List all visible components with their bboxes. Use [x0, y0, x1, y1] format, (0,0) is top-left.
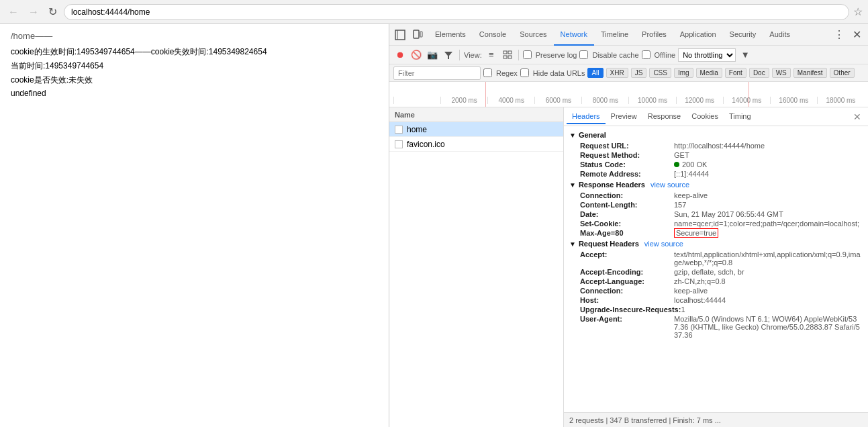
general-remote-key: Remote Address:: [580, 170, 674, 178]
regex-checkbox[interactable]: [483, 68, 492, 77]
request-item-home[interactable]: home: [389, 122, 563, 137]
tab-console[interactable]: Console: [473, 24, 513, 46]
url-bar[interactable]: [64, 4, 849, 20]
resp-max-age-key: Max-Age=80: [580, 229, 674, 237]
response-view-source-link[interactable]: view source: [650, 181, 689, 189]
general-title: General: [579, 131, 606, 139]
detail-tab-cookies[interactable]: Cookies: [686, 109, 724, 124]
page-content: /home—— cookie的生效时间:1495349744654——cooki…: [0, 24, 389, 427]
tab-timeline[interactable]: Timeline: [594, 24, 635, 46]
detail-tab-preview[interactable]: Preview: [606, 109, 642, 124]
filter-tag-manifest[interactable]: Manifest: [793, 68, 827, 78]
timeline-marker-2: [749, 82, 749, 107]
filter-tag-media[interactable]: Media: [696, 68, 722, 78]
req-accept-encoding-row: Accept-Encoding: gzip, deflate, sdch, br: [569, 267, 863, 277]
request-list: Name home favicon.ico: [389, 107, 564, 427]
request-name-favicon: favicon.ico: [407, 140, 445, 149]
request-checkbox-home: [395, 126, 403, 134]
req-connection-key: Connection:: [580, 287, 674, 295]
throttling-select[interactable]: No throttling Fast 3G Slow 3G Offline: [678, 48, 736, 62]
status-ok-indicator: [674, 162, 679, 167]
device-toolbar-button[interactable]: [409, 27, 426, 43]
resp-set-cookie-row: Set-Cookie: name=qcer;id=1;color=red;pat…: [569, 219, 863, 228]
general-url-val: http://localhost:44444/home: [674, 142, 863, 150]
status-bar-text: 2 requests | 347 B transferred | Finish:…: [569, 416, 721, 424]
filter-tag-ws[interactable]: WS: [772, 68, 791, 78]
tab-network[interactable]: Network: [554, 24, 594, 46]
resp-content-length-val: 157: [674, 201, 863, 209]
request-item-favicon[interactable]: favicon.ico: [389, 137, 563, 152]
devtools-close-button[interactable]: ✕: [849, 28, 865, 41]
preserve-log-checkbox[interactable]: [523, 50, 532, 59]
request-headers-section-header[interactable]: ▼ Request Headers view source: [569, 238, 863, 250]
filter-tag-img[interactable]: Img: [674, 68, 693, 78]
page-path: /home——: [11, 31, 378, 41]
general-status-val: 200 OK: [674, 160, 863, 169]
details-panel: Headers Preview Response Cookies Timing …: [564, 107, 868, 427]
tab-audits[interactable]: Audits: [763, 24, 797, 46]
detail-tab-headers[interactable]: Headers: [567, 109, 606, 124]
req-accept-row: Accept: text/html,application/xhtml+xml,…: [569, 250, 863, 267]
detail-tab-response[interactable]: Response: [642, 109, 687, 124]
tab-elements[interactable]: Elements: [428, 24, 473, 46]
bookmark-button[interactable]: ☆: [853, 5, 863, 18]
hide-data-checkbox[interactable]: [520, 68, 529, 77]
response-headers-arrow-icon: ▼: [569, 181, 576, 189]
view-label: View:: [464, 51, 482, 59]
timeline-ticks: 2000 ms 4000 ms 6000 ms 8000 ms 10000 ms…: [389, 97, 868, 104]
throttling-dropdown[interactable]: ▼: [738, 48, 752, 62]
response-headers-section-header[interactable]: ▼ Response Headers view source: [569, 179, 863, 191]
req-accept-language-val: zh-CN,zh;q=0.8: [674, 277, 863, 285]
devtools-more-button[interactable]: ⋮: [830, 28, 849, 41]
tab-profiles[interactable]: Profiles: [635, 24, 673, 46]
general-method-val: GET: [674, 151, 863, 159]
general-status-key: Status Code:: [580, 160, 674, 169]
req-connection-val: keep-alive: [674, 287, 863, 295]
tick-18000: 18000 ms: [817, 97, 864, 104]
resp-connection-val: keep-alive: [674, 191, 863, 199]
inspect-icon-button[interactable]: [392, 27, 408, 43]
filter-tag-all[interactable]: All: [587, 68, 603, 78]
filter-row: Regex Hide data URLs All XHR JS CSS Img …: [389, 64, 868, 82]
clear-button[interactable]: 🚫: [409, 48, 423, 62]
resp-content-length-key: Content-Length:: [580, 201, 674, 209]
filter-button[interactable]: [442, 48, 455, 62]
request-view-source-link[interactable]: view source: [644, 240, 683, 248]
network-area: Name home favicon.ico Headers Preview Re…: [389, 107, 868, 427]
general-status-row: Status Code: 200 OK: [569, 160, 863, 169]
record-button[interactable]: ⏺: [393, 48, 407, 62]
tree-view-button[interactable]: [501, 48, 514, 62]
reload-button[interactable]: ↻: [46, 4, 60, 19]
page-line-2: 当前时间:1495349744654: [11, 60, 378, 72]
disable-cache-checkbox[interactable]: [579, 50, 588, 59]
filter-tag-other[interactable]: Other: [830, 68, 855, 78]
detail-tabs: Headers Preview Response Cookies Timing …: [564, 107, 868, 126]
back-button[interactable]: ←: [5, 5, 21, 19]
filter-tag-doc[interactable]: Doc: [749, 68, 769, 78]
filter-tag-js[interactable]: JS: [631, 68, 647, 78]
page-line-4: undefined: [11, 89, 378, 98]
filter-input[interactable]: [393, 66, 481, 80]
list-view-button[interactable]: ≡: [485, 48, 498, 62]
general-section-header[interactable]: ▼ General: [569, 129, 863, 141]
tab-application[interactable]: Application: [673, 24, 723, 46]
filter-tag-css[interactable]: CSS: [649, 68, 671, 78]
filter-tag-font[interactable]: Font: [725, 68, 746, 78]
screenshot-button[interactable]: 📷: [426, 48, 439, 62]
forward-button[interactable]: →: [26, 5, 42, 19]
tab-security[interactable]: Security: [723, 24, 763, 46]
tab-sources[interactable]: Sources: [513, 24, 553, 46]
detail-tab-timing[interactable]: Timing: [724, 109, 757, 124]
tick-16000: 16000 ms: [770, 97, 817, 104]
filter-tag-xhr[interactable]: XHR: [606, 68, 628, 78]
req-user-agent-val: Mozilla/5.0 (Windows NT 6.1; WOW64) Appl…: [674, 315, 863, 339]
tick-0: [393, 97, 440, 104]
tick-10000: 10000 ms: [628, 97, 675, 104]
response-headers-title: Response Headers: [579, 181, 645, 189]
resp-max-age-val: Secure=true: [674, 229, 863, 237]
offline-checkbox[interactable]: [642, 50, 650, 59]
general-url-key: Request URL:: [580, 142, 674, 150]
offline-label: Offline: [655, 51, 676, 59]
request-checkbox-favicon: [395, 140, 403, 148]
detail-close-button[interactable]: ✕: [849, 111, 865, 122]
